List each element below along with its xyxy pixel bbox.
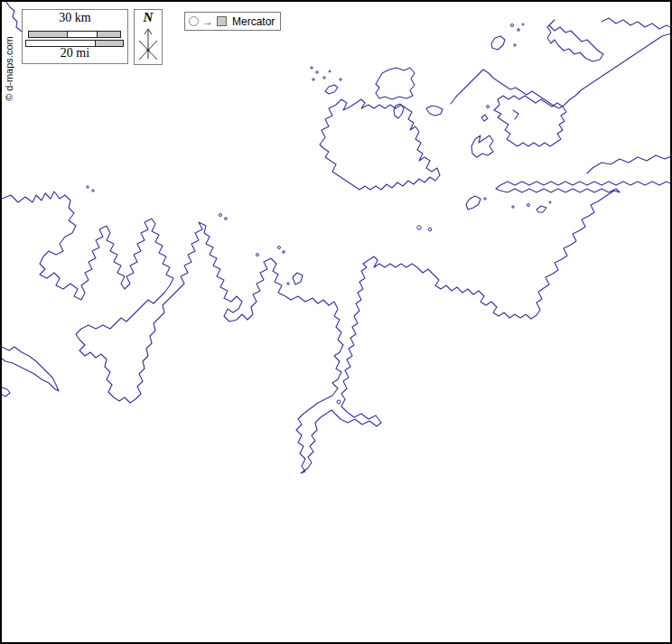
islet — [511, 24, 514, 27]
islet-inner-notch — [513, 110, 518, 119]
coast-river-channel — [2, 347, 59, 391]
islet — [87, 186, 89, 188]
projection-arrow-icon: → — [202, 17, 213, 26]
islet — [316, 71, 318, 73]
island-central-strip — [320, 99, 440, 190]
islet — [337, 400, 341, 404]
islet-curl — [426, 106, 443, 116]
island-middle-right-complex — [494, 96, 566, 146]
island-square — [376, 68, 415, 99]
islet — [522, 23, 524, 25]
islet — [487, 106, 490, 108]
copyright-text: © d-maps.com — [4, 36, 14, 101]
islet — [549, 201, 551, 203]
islet — [311, 67, 313, 69]
coastlines-group — [2, 2, 672, 473]
coast-northeast-bay — [451, 33, 672, 108]
islet — [512, 206, 514, 208]
island-topright-strip — [547, 20, 603, 61]
islet — [225, 218, 228, 220]
islet — [219, 214, 222, 217]
islet — [518, 29, 520, 32]
compass-icon — [136, 25, 160, 61]
islet — [417, 226, 421, 229]
islet — [329, 70, 331, 72]
islet — [340, 79, 341, 80]
islet-lens — [325, 85, 338, 94]
islet — [283, 251, 285, 254]
coast-right-edge-strip — [587, 155, 672, 173]
islet — [428, 228, 432, 231]
islet — [514, 44, 516, 46]
islet — [527, 204, 530, 207]
scale-bar-box: 30 km 20 mi — [22, 9, 128, 64]
map-canvas — [2, 2, 672, 644]
coast-topright-upper — [602, 18, 672, 29]
islet — [278, 247, 281, 249]
projection-box: → Mercator — [184, 12, 281, 31]
coast-mainland — [2, 182, 672, 473]
islet — [484, 198, 486, 200]
map-page: 30 km 20 mi N → Mercator © d-maps.com — [0, 0, 672, 644]
island-small-southeast — [466, 196, 481, 210]
scale-km-segment — [29, 32, 67, 37]
islet — [313, 79, 314, 80]
island-north-blob — [491, 36, 505, 50]
scale-km-bar — [28, 31, 121, 38]
islet — [323, 77, 325, 79]
islet — [287, 283, 289, 285]
projection-label: Mercator — [230, 15, 275, 28]
coast-left-edge-bit — [2, 387, 10, 397]
islet — [257, 254, 259, 257]
globe-circle-icon — [189, 16, 199, 26]
projected-square-icon — [217, 16, 227, 26]
islet — [92, 190, 94, 191]
north-letter: N — [135, 10, 162, 25]
islet-square-small — [293, 273, 303, 285]
island-east-of-strip — [471, 135, 493, 157]
islet-west-of-complex — [481, 115, 488, 121]
north-indicator-box: N — [134, 9, 163, 65]
scale-km-segment — [67, 32, 98, 37]
scale-mi-label: 20 mi — [23, 46, 127, 61]
scale-km-segment — [97, 32, 120, 37]
scale-km-label: 30 km — [23, 11, 127, 25]
islet-lens-east — [537, 206, 546, 212]
